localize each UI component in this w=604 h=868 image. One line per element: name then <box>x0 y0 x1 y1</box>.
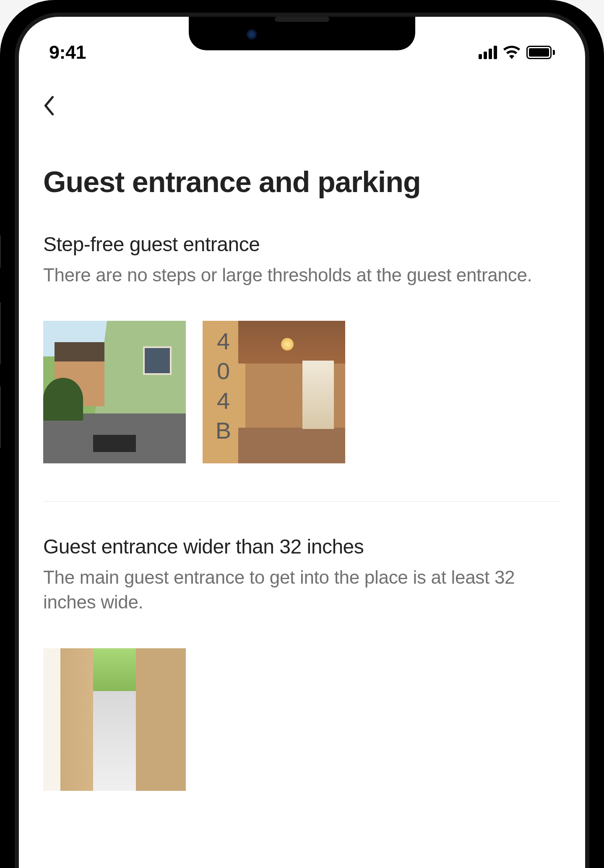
status-time: 9:41 <box>49 42 86 63</box>
cellular-signal-icon <box>479 46 497 59</box>
battery-icon <box>526 46 555 59</box>
accessibility-photo-thumbnail[interactable] <box>43 321 186 463</box>
feature-description: The main guest entrance to get into the … <box>43 565 561 615</box>
page-content: Guest entrance and parking Step-free gue… <box>19 67 585 791</box>
phone-notch <box>189 17 415 50</box>
house-number-sign: 404B <box>210 328 237 447</box>
chevron-left-icon <box>43 96 55 116</box>
phone-side-button <box>0 235 1 268</box>
photo-row: 404B <box>43 321 561 463</box>
wifi-icon <box>503 46 521 59</box>
page-title: Guest entrance and parking <box>43 165 561 199</box>
photo-row <box>43 648 561 791</box>
section-divider <box>43 501 561 502</box>
status-icons <box>479 46 555 59</box>
feature-section: Step-free guest entrance There are no st… <box>43 233 561 463</box>
back-button[interactable] <box>40 96 58 115</box>
phone-front-camera <box>247 29 257 39</box>
accessibility-photo-thumbnail[interactable]: 404B <box>203 321 345 463</box>
feature-section: Guest entrance wider than 32 inches The … <box>43 535 561 791</box>
phone-volume-down-button <box>0 386 1 449</box>
accessibility-photo-thumbnail[interactable] <box>43 648 186 791</box>
phone-frame: 9:41 <box>0 0 604 868</box>
feature-description: There are no steps or large thresholds a… <box>43 262 561 287</box>
phone-screen: 9:41 <box>19 17 585 868</box>
phone-volume-up-button <box>0 302 1 365</box>
feature-title: Guest entrance wider than 32 inches <box>43 535 561 558</box>
feature-title: Step-free guest entrance <box>43 233 561 256</box>
phone-inner-rim: 9:41 <box>15 13 589 868</box>
phone-speaker <box>275 17 329 22</box>
